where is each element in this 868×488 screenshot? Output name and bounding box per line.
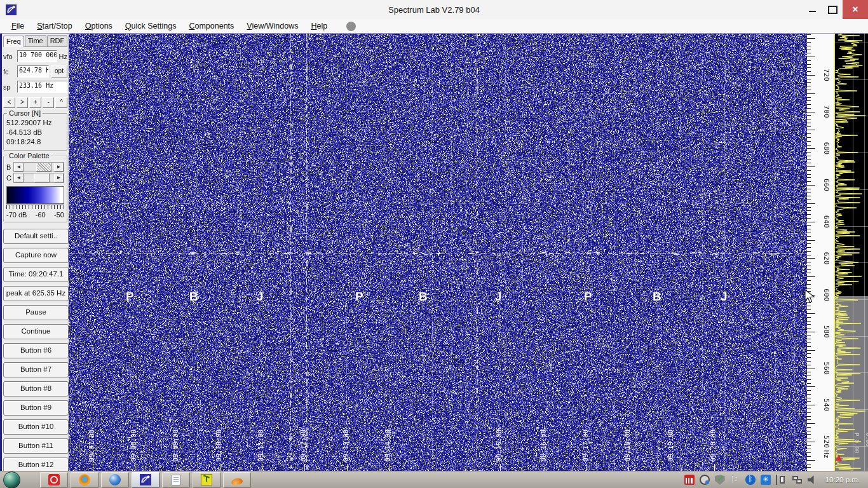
taskbar-app-spectrum-lab[interactable] — [132, 472, 159, 488]
window-title: Spectrum Lab V2.79 b04 — [0, 5, 868, 15]
freq-nav-button-4[interactable]: ^ — [55, 97, 67, 108]
palette-scale-label-2: -50 — [54, 211, 64, 219]
panel-button-capture-now[interactable]: Capture now — [3, 248, 69, 263]
action-center-flag-icon[interactable]: ⚐ — [730, 475, 740, 485]
close-button[interactable]: × — [843, 0, 868, 19]
panel-button-button-11[interactable]: Button #11 — [3, 438, 69, 454]
panel-button-default-setti-[interactable]: Default setti.. — [3, 229, 69, 244]
menu-item-components[interactable]: Components — [182, 20, 240, 32]
yellow-app-icon — [201, 474, 212, 485]
menu-item-view-windows[interactable]: View/Windows — [240, 20, 304, 32]
taskbar-apps — [40, 472, 251, 488]
red-app-icon — [48, 474, 60, 485]
taskbar-app-globe-browser[interactable] — [101, 472, 129, 488]
fc-options-button[interactable]: opt — [51, 65, 67, 78]
maximize-button[interactable] — [822, 0, 843, 19]
tab-time[interactable]: Time — [25, 35, 46, 46]
panel-button-button-7[interactable]: Button #7 — [3, 362, 69, 377]
cursor-frequency: 512.29007 Hz — [6, 118, 64, 128]
palette-scale-label-1: -60 — [36, 211, 46, 219]
mouse-cursor-icon — [804, 289, 815, 304]
brightness-channel-label: B — [6, 163, 12, 171]
taskbar-app-yellow-app[interactable] — [193, 472, 220, 488]
freq-nav-button-3[interactable]: - — [43, 97, 55, 108]
menu-item-start-stop[interactable]: Start/Stop — [31, 20, 79, 32]
audio-device-icon[interactable] — [700, 475, 710, 485]
panel-button-button-6[interactable]: Button #6 — [3, 343, 69, 358]
sp-label: sp — [3, 83, 15, 91]
palette-scale-labels: -70 dB-60-50 — [6, 211, 64, 219]
globe-browser-icon — [109, 474, 121, 485]
palette-box-title: Color Palette — [7, 152, 51, 159]
panel-button-button-12[interactable]: Button #12 — [3, 458, 69, 471]
color-palette-box: Color Palette B ◄ ► C ◄ ► — [3, 156, 67, 222]
cursor-box-title: Cursor [N] — [7, 109, 43, 117]
network-icon[interactable] — [792, 475, 803, 485]
freq-nav-button-2[interactable]: + — [29, 97, 41, 108]
taskbar-app-firefox[interactable] — [71, 472, 98, 488]
brightness-thumb[interactable] — [36, 163, 51, 172]
security-shield-icon[interactable] — [715, 475, 725, 485]
orange-app-icon — [231, 477, 243, 486]
slider-right-arrow-icon[interactable]: ► — [54, 173, 64, 182]
slider-left-arrow-icon[interactable]: ◄ — [14, 163, 24, 172]
panel-button-pause[interactable]: Pause — [3, 305, 69, 320]
menu-item-help[interactable]: Help — [304, 20, 334, 32]
signal-meter-icon[interactable] — [684, 475, 695, 485]
fc-input[interactable]: 624.78 Hz — [17, 65, 49, 78]
panel-button-continue[interactable]: Continue — [3, 324, 69, 339]
menu-item-quick-settings[interactable]: Quick Settings — [119, 20, 183, 32]
panel-button-button-9[interactable]: Button #9 — [3, 400, 69, 416]
vfo-input[interactable]: 10 700 000 — [17, 50, 57, 62]
contrast-slider[interactable]: ◄ ► — [13, 173, 64, 183]
notepad-icon — [172, 475, 180, 485]
contrast-thumb[interactable] — [34, 173, 50, 182]
volume-icon[interactable] — [808, 475, 818, 485]
freq-nav-button-1[interactable]: > — [17, 97, 29, 108]
panel-button-peak-at-625-35-hz[interactable]: peak at 625.35 Hz — [3, 286, 69, 301]
panel-button-stack: Default setti..Capture nowTime: 09:20:47… — [3, 229, 67, 471]
vfo-unit-label: Hz — [59, 53, 67, 60]
contrast-channel-label: C — [6, 174, 12, 182]
taskbar-app-notepad[interactable] — [162, 472, 190, 488]
taskbar-clock[interactable]: 10:20 p.m. — [825, 476, 860, 484]
freq-nav-button-0[interactable]: < — [3, 97, 15, 108]
panel-button-button-10[interactable]: Button #10 — [3, 419, 69, 435]
menu-item-file[interactable]: File — [5, 20, 31, 32]
control-panel: FreqTimeRDF vfo 10 700 000 Hz fc 624.78 … — [0, 34, 69, 471]
usb-device-icon[interactable] — [776, 475, 787, 485]
status-indicator-dot — [346, 22, 356, 31]
taskbar-app-red-app[interactable] — [40, 472, 68, 488]
spectrum-graph-canvas[interactable] — [834, 34, 868, 471]
palette-scale-label-0: -70 dB — [6, 211, 27, 219]
waterfall-canvas[interactable] — [69, 34, 807, 471]
brightness-slider[interactable]: ◄ ► — [13, 162, 64, 172]
slider-left-arrow-icon[interactable]: ◄ — [14, 173, 24, 182]
panel-button-time-09-20-47-1[interactable]: Time: 09:20:47.1 — [3, 267, 69, 282]
firefox-icon — [79, 474, 90, 485]
bluetooth-icon[interactable]: ᛒ — [745, 475, 756, 485]
menu-item-options[interactable]: Options — [79, 20, 119, 32]
taskbar: ⚐ ᛒ ✳ 10:20 p.m. — [0, 471, 868, 488]
system-tray: ⚐ ᛒ ✳ 10:20 p.m. — [684, 475, 866, 485]
slider-right-arrow-icon[interactable]: ► — [54, 163, 64, 172]
cursor-time: 09:18:24.8 — [6, 137, 64, 147]
minimize-button[interactable] — [802, 0, 822, 19]
frequency-nav-buttons: <>+-^ — [3, 97, 67, 108]
menu-bar: FileStart/StopOptionsQuick SettingsCompo… — [0, 19, 868, 34]
taskbar-app-orange-app[interactable] — [223, 472, 251, 488]
cursor-level: -64.513 dB — [6, 128, 64, 137]
start-button[interactable] — [3, 471, 20, 488]
sp-input[interactable]: 233.16 Hz — [17, 81, 67, 93]
palette-gradient-preview — [6, 186, 64, 204]
main-area: PBJPBJPBJ09:07:0009:08:0009:09:0009:10:0… — [0, 34, 868, 471]
frequency-ruler[interactable] — [807, 34, 834, 471]
cursor-readout-box: Cursor [N] 512.29007 Hz -64.513 dB 09:18… — [3, 113, 67, 151]
title-bar: Spectrum Lab V2.79 b04 × — [0, 0, 868, 19]
panel-button-button-8[interactable]: Button #8 — [3, 381, 69, 396]
tab-freq[interactable]: Freq — [3, 36, 24, 47]
snowflake-app-icon[interactable]: ✳ — [761, 475, 771, 485]
tab-rdf[interactable]: RDF — [47, 35, 68, 46]
panel-tabs: FreqTimeRDF — [3, 35, 67, 47]
palette-scale-ticks — [6, 205, 64, 210]
